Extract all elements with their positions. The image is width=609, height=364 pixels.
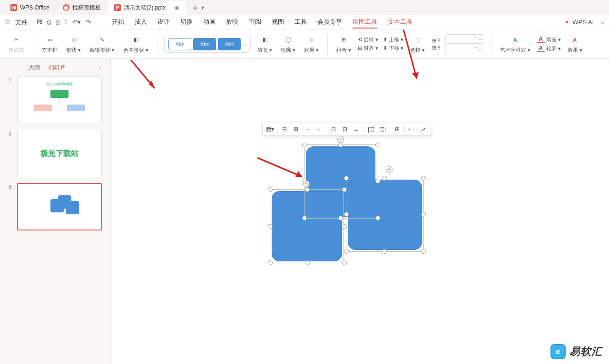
selection-right[interactable] bbox=[346, 178, 424, 252]
effect-button[interactable]: ◇ 效果 ▾ bbox=[302, 34, 321, 55]
resize-handle[interactable] bbox=[382, 176, 387, 181]
tab-slideshow[interactable]: 放映 bbox=[226, 16, 238, 29]
thumb1-left-box bbox=[34, 105, 52, 111]
rotate-button[interactable]: ⟲ 旋转 ▾ bbox=[358, 36, 378, 43]
8-button[interactable]: ⊞ 8 bbox=[432, 38, 441, 44]
shape-presets[interactable]: Abc Abc Abc ⌄ bbox=[164, 36, 251, 53]
ft-align-bottom-icon[interactable]: ⊡ bbox=[340, 125, 350, 134]
resize-handle[interactable] bbox=[268, 260, 273, 265]
resize-handle[interactable] bbox=[344, 212, 349, 217]
tab-slides[interactable]: 幻灯片 bbox=[49, 64, 66, 72]
textbox-button[interactable]: ▭ 文本框 bbox=[40, 34, 59, 55]
fill-button[interactable]: ◧ 填充 ▾ bbox=[255, 34, 274, 55]
ft-equal-height-icon[interactable]: ⊞ bbox=[392, 125, 403, 134]
tab-view[interactable]: 视图 bbox=[272, 16, 284, 29]
tab-insert[interactable]: 插入 bbox=[135, 16, 147, 29]
add-tab-button[interactable]: ＋ bbox=[191, 2, 199, 13]
ft-distribute-h-icon[interactable]: ⫠ bbox=[351, 125, 362, 134]
collapse-icon[interactable]: ‹ bbox=[99, 65, 101, 71]
text-fill-button[interactable]: A 填充 ▾ bbox=[537, 36, 561, 43]
shape-button[interactable]: ◇ 形状 ▾ bbox=[64, 34, 83, 55]
thumb-row-3[interactable]: 3 bbox=[9, 183, 110, 230]
print-preview-icon[interactable]: ⎙ bbox=[56, 19, 59, 26]
resize-handle[interactable] bbox=[268, 224, 273, 229]
height-spinner[interactable]: ⌃⌄ bbox=[445, 45, 484, 54]
8-button-2[interactable]: ⊞ 8 bbox=[432, 45, 441, 51]
resize-handle[interactable] bbox=[305, 187, 310, 192]
resize-handle[interactable] bbox=[268, 187, 273, 192]
selection-left[interactable] bbox=[270, 189, 344, 263]
resize-handle[interactable] bbox=[382, 249, 387, 254]
width-spinner[interactable]: ⌃⌄ bbox=[445, 34, 484, 44]
tab-transition[interactable]: 切换 bbox=[180, 16, 193, 29]
art-style-button[interactable]: A 艺术字样式 ▾ bbox=[498, 34, 532, 55]
menu-icon[interactable]: ☰ bbox=[5, 19, 10, 26]
slide-thumb-1[interactable]: 单击此处添加标题 bbox=[17, 77, 102, 124]
ft-align-right-icon[interactable]: ⫞ bbox=[302, 125, 313, 134]
slide-thumb-2[interactable]: 极光下载站 bbox=[17, 130, 102, 177]
tab-dropdown[interactable]: ▾ bbox=[201, 4, 204, 11]
preset-3[interactable]: Abc bbox=[218, 38, 241, 50]
align-button[interactable]: ⊟ 对齐 ▾ bbox=[358, 45, 378, 52]
ft-align-center-icon[interactable]: ⊞ bbox=[291, 125, 301, 134]
slide-canvas[interactable]: ▦▾ ⊟ ⊞ ⫞ ⫟ ⊡ ⊡ ⫠ |◫ ◫| ⊞ ⫞⫟ ↗ bbox=[112, 60, 608, 363]
watermark: e 易软汇 bbox=[550, 344, 602, 359]
rotate-handle[interactable]: ⟲ bbox=[337, 136, 344, 143]
resize-handle[interactable] bbox=[421, 212, 426, 217]
ft-align-top-icon[interactable]: ⫟ bbox=[314, 125, 324, 134]
tab-animation[interactable]: 动画 bbox=[203, 16, 216, 29]
app-tab-templates[interactable]: ◉ 找稻壳模板 bbox=[56, 1, 108, 14]
ft-align-left-icon[interactable]: ⊟ bbox=[279, 125, 290, 134]
ft-equal-width-icon[interactable]: ◫| bbox=[377, 125, 388, 134]
resize-handle[interactable] bbox=[421, 176, 426, 181]
thumb-row-2[interactable]: 2 极光下载站 bbox=[9, 130, 110, 177]
resize-handle[interactable] bbox=[342, 260, 347, 265]
save-icon[interactable]: 🖫 bbox=[36, 19, 42, 26]
resize-handle[interactable] bbox=[421, 249, 426, 254]
slide-thumb-3[interactable] bbox=[17, 183, 102, 230]
edit-shape-button[interactable]: ✎ 编辑形状 ▾ bbox=[88, 34, 117, 55]
resize-handle[interactable] bbox=[305, 260, 310, 265]
tab-drawing-tools[interactable]: 绘图工具 bbox=[353, 16, 377, 29]
rotate-handle[interactable]: ⟲ bbox=[386, 166, 393, 173]
ft-layout-icon[interactable]: ▦▾ bbox=[265, 125, 275, 134]
print-icon[interactable]: ⎙ bbox=[47, 19, 51, 26]
search-icon[interactable]: ⌕ bbox=[600, 19, 604, 26]
ft-group-icon[interactable]: ⫞⫟ bbox=[407, 125, 417, 134]
tab-tools[interactable]: 工具 bbox=[295, 16, 307, 29]
presets-expand-icon[interactable]: ⌄ bbox=[244, 41, 247, 47]
separator bbox=[491, 34, 491, 55]
tab-start[interactable]: 开始 bbox=[112, 16, 124, 29]
app-tab-wps[interactable]: W WPS Office bbox=[4, 1, 56, 14]
export-icon[interactable]: ⤴ bbox=[64, 19, 68, 26]
resize-handle[interactable] bbox=[338, 143, 343, 147]
tab-modified-dot: ● bbox=[174, 5, 179, 10]
canvas-area[interactable]: ▦▾ ⊟ ⊞ ⫞ ⫟ ⊡ ⊡ ⫠ |◫ ◫| ⊞ ⫞⫟ ↗ bbox=[110, 59, 609, 364]
file-menu[interactable]: 文件 bbox=[15, 18, 28, 27]
preset-2[interactable]: Abc bbox=[193, 38, 216, 50]
ft-distribute-v-icon[interactable]: |◫ bbox=[366, 125, 376, 134]
merge-shape-button[interactable]: ◧ 合并形状 ▾ bbox=[121, 34, 150, 55]
preset-1[interactable]: Abc bbox=[168, 38, 191, 50]
tab-review[interactable]: 审阅 bbox=[249, 16, 261, 29]
ft-more-icon[interactable]: ↗ bbox=[418, 125, 429, 134]
tab-design[interactable]: 设计 bbox=[157, 16, 170, 29]
resize-handle[interactable] bbox=[302, 143, 307, 147]
undo-icon[interactable]: ↶▾ bbox=[72, 19, 81, 26]
tab-outline[interactable]: 大纲 bbox=[29, 64, 40, 72]
ft-align-middle-icon[interactable]: ⊡ bbox=[328, 125, 339, 134]
group-button[interactable]: ⊞ 组合 ▾ bbox=[334, 34, 353, 55]
resize-handle[interactable] bbox=[344, 249, 349, 254]
app-tab-document[interactable]: P 演示文稿(2).pptx ● bbox=[108, 1, 187, 14]
text-outline-button[interactable]: A 轮廓 ▾ bbox=[537, 45, 561, 52]
wps-ai-button[interactable]: ✦ WPS AI ⌕ bbox=[564, 19, 604, 26]
app-tab-label: WPS Office bbox=[20, 4, 49, 11]
redo-icon[interactable]: ↷ bbox=[86, 19, 91, 26]
outline-button[interactable]: ◯ 轮廓 ▾ bbox=[279, 34, 297, 55]
tab-text-tools[interactable]: 文本工具 bbox=[388, 16, 413, 29]
resize-handle[interactable] bbox=[375, 143, 380, 147]
thumb-row-1[interactable]: 1 单击此处添加标题 bbox=[9, 77, 110, 124]
text-effect-button[interactable]: A 效果 ▾ bbox=[566, 34, 584, 55]
resize-handle[interactable] bbox=[344, 176, 349, 181]
tab-member[interactable]: 会员专享 bbox=[317, 16, 342, 29]
